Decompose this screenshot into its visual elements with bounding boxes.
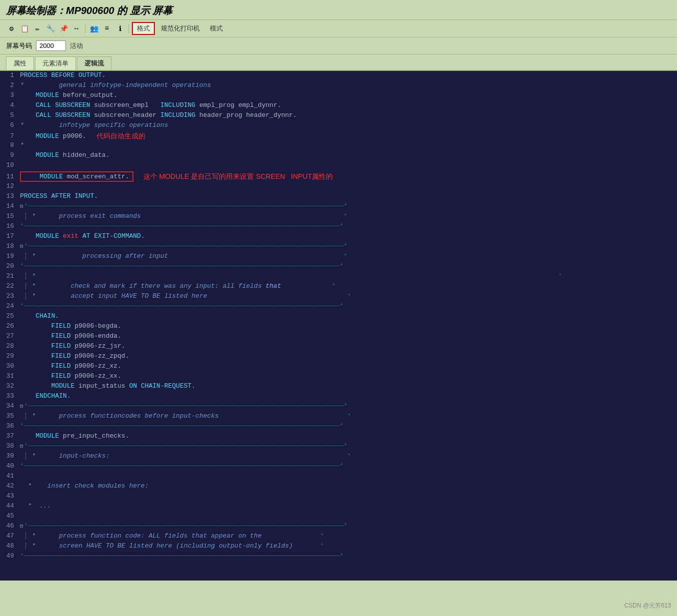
annotation-line11: 这个 MODULE 是自己写的用来设置 SCREEN INPUT属性的 — [143, 172, 333, 181]
code-line-21: 21 │ * * — [0, 272, 677, 282]
screen-number-label: 屏幕号码 — [6, 41, 32, 50]
icon-7[interactable]: 👥 — [88, 23, 99, 34]
code-line-15: 15 │ * process exit commands * — [0, 212, 677, 222]
tabs-bar: 属性 元素清单 逻辑流 — [0, 54, 677, 71]
icon-5[interactable]: 📌 — [58, 23, 69, 34]
code-line-27: 27 FIELD p9006-endda. — [0, 332, 677, 342]
code-line-29: 29 FIELD p9006-zz_zpqd. — [0, 352, 677, 362]
code-line-17: 17 MODULE exit AT EXIT-COMMAND. — [0, 232, 677, 242]
code-line-19: 19 │ * processing after input * — [0, 252, 677, 262]
code-line-32: 32 MODULE input_status ON CHAIN-REQUEST. — [0, 382, 677, 392]
code-line-25: 25 CHAIN. — [0, 312, 677, 322]
code-line-48: 48 │ * screen HAVE TO BE listed here (in… — [0, 542, 677, 552]
icon-3[interactable]: ✏ — [32, 23, 43, 34]
code-line-36: 36 *────────────────────────────────────… — [0, 422, 677, 432]
code-line-46: 46 ⊟*───────────────────────────────────… — [0, 522, 677, 532]
code-line-26: 26 FIELD p9006-begda. — [0, 322, 677, 332]
code-line-14: 14 ⊟*───────────────────────────────────… — [0, 202, 677, 212]
code-line-16: 16 *────────────────────────────────────… — [0, 222, 677, 232]
tab-properties[interactable]: 属性 — [6, 56, 34, 70]
toolbar-separator-2 — [128, 24, 129, 33]
code-line-43: 43 — [0, 492, 677, 502]
screen-status: 活动 — [70, 41, 83, 50]
code-line-1: 1 PROCESS BEFORE OUTPUT. — [0, 71, 677, 81]
tab-logic-flow[interactable]: 逻辑流 — [77, 56, 111, 70]
annotation-line7: 代码自动生成的 — [96, 132, 145, 141]
code-line-47: 47 │ * process function code: ALL fields… — [0, 532, 677, 542]
code-line-44: 44 * ... — [0, 502, 677, 512]
code-line-4: 4 CALL SUBSCREEN subscreen_empl INCLUDIN… — [0, 101, 677, 111]
code-line-41: 41 — [0, 472, 677, 482]
code-line-37: 37 MODULE pre_input_checks. — [0, 432, 677, 442]
icon-9[interactable]: ℹ — [114, 23, 125, 34]
window-title: 屏幕绘制器：MP900600 的 显示 屏幕 — [6, 4, 671, 17]
code-line-35: 35 │ * process functioncodes before inpu… — [0, 412, 677, 422]
code-line-33: 33 ENDCHAIN. — [0, 392, 677, 402]
code-line-23: 23 │ * accept input HAVE TO BE listed he… — [0, 292, 677, 302]
code-line-11: 11 MODULE mod_screen_attr. 这个 MODULE 是自己… — [0, 171, 677, 182]
code-line-30: 30 FIELD p9006-zz_xz. — [0, 362, 677, 372]
mode-button[interactable]: 模式 — [206, 23, 227, 34]
code-line-8: 8 * — [0, 141, 677, 151]
code-line-12: 12 — [0, 182, 677, 192]
code-line-31: 31 FIELD p9006-zz_xx. — [0, 372, 677, 382]
icon-2[interactable]: 📋 — [19, 23, 30, 34]
watermark: CSDN @元芳613 — [624, 602, 671, 610]
code-line-22: 22 │ * check and mark if there was any i… — [0, 282, 677, 292]
code-line-45: 45 — [0, 512, 677, 522]
screen-bar: 屏幕号码 活动 — [0, 37, 677, 54]
code-line-18: 18 ⊟*───────────────────────────────────… — [0, 242, 677, 252]
code-line-28: 28 FIELD p9006-zz_jsr. — [0, 342, 677, 352]
title-bar: 屏幕绘制器：MP900600 的 显示 屏幕 ⚙ 📋 ✏ 🔧 📌 ↔ 👥 ≡ ℹ… — [0, 0, 677, 71]
icon-8[interactable]: ≡ — [101, 23, 112, 34]
code-line-6: 6 * infotype specific operations — [0, 121, 677, 131]
code-line-42: 42 * insert check modules here: — [0, 482, 677, 492]
toolbar-separator-1 — [85, 24, 85, 33]
code-line-7: 7 MODULE p9006. 代码自动生成的 — [0, 131, 677, 141]
code-line-20: 20 *────────────────────────────────────… — [0, 262, 677, 272]
code-line-49: 49 *────────────────────────────────────… — [0, 552, 677, 562]
code-line-13: 13 PROCESS AFTER INPUT. — [0, 192, 677, 202]
code-line-38: 38 ⊟*───────────────────────────────────… — [0, 442, 677, 452]
code-line-9: 9 MODULE hidden_data. — [0, 151, 677, 161]
toolbar: ⚙ 📋 ✏ 🔧 📌 ↔ 👥 ≡ ℹ 格式 规范化打印机 模式 — [0, 20, 677, 37]
code-line-39: 39 │ * input-checks: * — [0, 452, 677, 462]
tab-elements[interactable]: 元素清单 — [35, 56, 76, 70]
format-button[interactable]: 格式 — [132, 22, 155, 35]
icon-1[interactable]: ⚙ — [6, 23, 17, 34]
icon-4[interactable]: 🔧 — [45, 23, 56, 34]
code-line-2: 2 * general infotype-independent operati… — [0, 81, 677, 91]
code-line-3: 3 MODULE before_output. — [0, 91, 677, 101]
code-editor: 1 PROCESS BEFORE OUTPUT. 2 * general inf… — [0, 71, 677, 581]
code-line-40: 40 *────────────────────────────────────… — [0, 462, 677, 472]
code-line-10: 10 — [0, 161, 677, 171]
normalize-print-button[interactable]: 规范化打印机 — [157, 23, 204, 34]
code-line-34: 34 ⊟*───────────────────────────────────… — [0, 402, 677, 412]
code-line-5: 5 CALL SUBSCREEN subscreen_header INCLUD… — [0, 111, 677, 121]
screen-number-input[interactable] — [36, 40, 66, 51]
icon-6[interactable]: ↔ — [71, 23, 82, 34]
code-line-24: 24 *────────────────────────────────────… — [0, 302, 677, 312]
